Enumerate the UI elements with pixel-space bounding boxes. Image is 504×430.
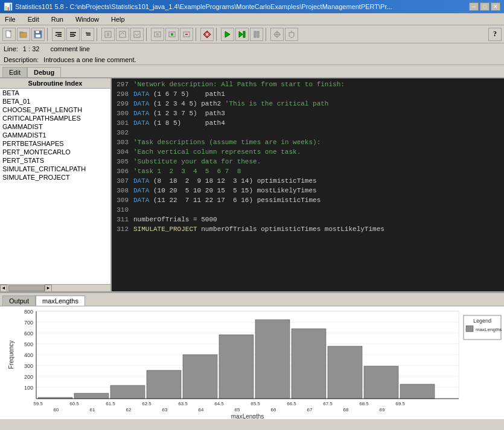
minimize-button[interactable]: ─ <box>469 2 479 11</box>
svg-text:66.5: 66.5 <box>287 401 296 406</box>
desc-value: Introduces a one line comment. <box>43 56 136 63</box>
toolbar-run[interactable] <box>221 28 234 41</box>
line-code-303: 'Task descriptions (assume times are in … <box>133 138 321 147</box>
toolbar-delete[interactable] <box>180 28 193 41</box>
toolbar-pause[interactable] <box>250 28 263 41</box>
code-line-307: 307 DATA (8 18 2 9 18 12 3 14) optimisti… <box>112 176 504 186</box>
scroll-right-btn[interactable]: ► <box>45 285 52 292</box>
sep-5 <box>216 28 219 41</box>
svg-text:500: 500 <box>24 341 33 347</box>
close-button[interactable]: ✕ <box>491 2 500 11</box>
svg-text:maxLengths: maxLengths <box>476 327 502 332</box>
svg-text:68: 68 <box>343 407 349 413</box>
toolbar-find1[interactable] <box>151 28 164 41</box>
code-panel[interactable]: 297 'Network description: All Paths from… <box>112 78 504 291</box>
svg-rect-38 <box>243 31 245 37</box>
svg-rect-75 <box>400 384 435 399</box>
sub-item-beta[interactable]: BETA <box>0 89 110 97</box>
svg-rect-40 <box>257 31 259 37</box>
sub-item-gamma[interactable]: GAMMADIST <box>0 122 110 131</box>
toolbar-debug[interactable] <box>270 28 284 41</box>
line-num-311: 311 <box>112 215 133 224</box>
line-num-306: 306 <box>112 166 133 176</box>
sub-item-choose[interactable]: CHOOSE_PATH_LENGTH <box>0 106 110 114</box>
svg-text:62.5: 62.5 <box>142 401 152 406</box>
title-controls[interactable]: ─ □ ✕ <box>469 2 500 11</box>
help-button[interactable]: ? <box>488 28 502 41</box>
svg-text:61.5: 61.5 <box>106 401 115 406</box>
output-panel: Output maxLengths 800 700 600 500 400 30… <box>0 292 504 419</box>
scroll-thumb[interactable] <box>8 285 45 291</box>
line-code: comment line <box>50 45 89 52</box>
toolbar-step[interactable] <box>235 28 249 41</box>
sub-item-gamma1[interactable]: GAMMADIST1 <box>0 131 110 139</box>
line-num-305: 305 <box>112 157 133 166</box>
sep-1 <box>47 28 49 41</box>
svg-text:65: 65 <box>235 407 240 413</box>
code-content: 297 'Network description: All Paths from… <box>112 78 504 235</box>
svg-text:63.5: 63.5 <box>178 401 188 406</box>
svg-rect-102 <box>466 326 473 332</box>
sub-item-beta01[interactable]: BETA_01 <box>0 97 110 106</box>
subroutine-list[interactable]: BETA BETA_01 CHOOSE_PATH_LENGTH CRITICAL… <box>0 89 110 284</box>
svg-text:Legend: Legend <box>473 318 491 324</box>
sub-item-critpath[interactable]: CRITICALPATHSAMPLES <box>0 114 110 122</box>
code-line-310: 310 <box>112 205 504 215</box>
toolbar-comment[interactable]: ' <box>81 28 94 41</box>
svg-text:400: 400 <box>24 352 33 358</box>
output-tab-output[interactable]: Output <box>2 296 36 306</box>
toolbar-nav2[interactable] <box>116 28 129 41</box>
svg-text:Frequency: Frequency <box>8 340 14 368</box>
title-bar: 📊 Statistics101 5.8 - C:\nbProjects\Stat… <box>0 0 504 13</box>
output-tab-bar: Output maxLengths <box>0 293 504 306</box>
toolbar-stop[interactable] <box>200 28 214 41</box>
sub-item-simcrit[interactable]: SIMULATE_CRITICALPATH <box>0 165 110 173</box>
line-code-301: DATA (1 8 5) path4 <box>133 118 225 128</box>
sub-item-simproj[interactable]: SIMULATE_PROJECT <box>0 173 110 182</box>
sep-6 <box>266 28 268 41</box>
nav1-icon <box>104 30 112 39</box>
svg-rect-69 <box>183 355 217 399</box>
toolbar-outdent[interactable] <box>52 28 65 41</box>
line-code-298: DATA (1 6 7 5) path1 <box>133 89 225 99</box>
scroll-left-btn[interactable]: ◄ <box>0 285 7 292</box>
stop-icon <box>203 30 211 39</box>
toolbar-open[interactable] <box>17 28 30 41</box>
svg-marker-36 <box>225 31 230 37</box>
menu-run[interactable]: Run <box>49 15 66 24</box>
menu-window[interactable]: Window <box>73 15 101 24</box>
toolbar-nav1[interactable] <box>101 28 115 41</box>
toolbar-nav3[interactable] <box>130 28 144 41</box>
sep-4 <box>196 28 198 41</box>
line-code-312: SIMULATE_PROJECT numberOfTrials optimist… <box>133 224 384 234</box>
maximize-button[interactable]: □ <box>480 2 490 11</box>
line-num-298: 298 <box>112 89 133 99</box>
toolbar-save[interactable] <box>31 28 45 41</box>
sub-item-pertstats[interactable]: PERT_STATS <box>0 156 110 165</box>
sub-item-pertbeta[interactable]: PERTBETASHAPES <box>0 139 110 148</box>
new-icon <box>5 30 13 39</box>
title-bar-left: 📊 Statistics101 5.8 - C:\nbProjects\Stat… <box>4 2 392 11</box>
svg-text:100: 100 <box>24 385 33 391</box>
toolbar-debug2[interactable] <box>285 28 298 41</box>
menu-bar: File Edit Run Window Help <box>0 13 504 25</box>
toolbar-new[interactable] <box>2 28 16 41</box>
menu-help[interactable]: Help <box>109 15 127 24</box>
nav3-icon <box>133 30 141 39</box>
toolbar-indent[interactable] <box>66 28 80 41</box>
menu-file[interactable]: File <box>2 15 18 24</box>
tab-debug[interactable]: Debug <box>27 67 61 77</box>
horiz-scrollbar[interactable]: ◄ ► <box>0 284 110 291</box>
line-num-302: 302 <box>112 128 133 138</box>
line-value: 1 : 32 <box>23 45 40 52</box>
output-tab-maxlengths[interactable]: maxLengths <box>36 296 85 306</box>
sub-item-pertmc[interactable]: PERT_MONTECARLO <box>0 148 110 156</box>
svg-text:65.5: 65.5 <box>250 401 260 406</box>
code-line-302: 302 <box>112 128 504 138</box>
line-code-307: DATA (8 18 2 9 18 12 3 14) optimisticTim… <box>133 176 317 186</box>
menu-edit[interactable]: Edit <box>25 15 42 24</box>
title-text: Statistics101 5.8 - C:\nbProjects\Statis… <box>15 3 392 10</box>
toolbar-find2[interactable] <box>165 28 179 41</box>
line-num-301: 301 <box>112 118 133 128</box>
tab-edit[interactable]: Edit <box>2 67 27 77</box>
